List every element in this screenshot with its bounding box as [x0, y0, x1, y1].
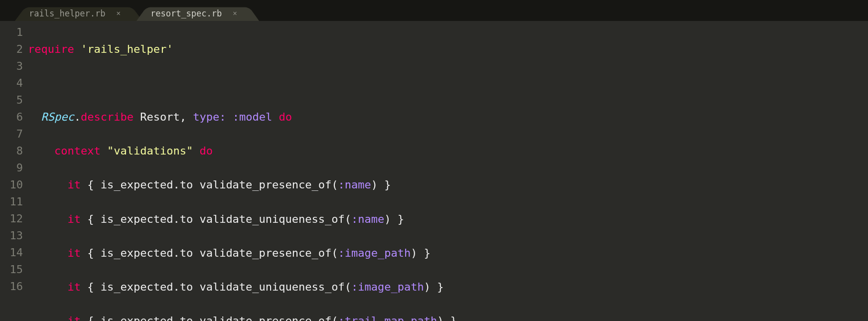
line-number: 13: [0, 227, 23, 244]
close-icon[interactable]: ✕: [117, 8, 121, 19]
line-number: 9: [0, 160, 23, 176]
code-line: RSpec.describe Resort, type: :model do: [28, 109, 543, 126]
line-number: 1: [0, 24, 23, 41]
code-line: it { is_expected.to validate_presence_of…: [28, 176, 543, 193]
line-number: 12: [0, 210, 23, 227]
code-line: it { is_expected.to validate_presence_of…: [28, 245, 543, 262]
close-icon[interactable]: ✕: [233, 8, 237, 19]
code-line: require 'rails_helper': [28, 41, 543, 58]
line-number: 3: [0, 58, 23, 75]
code-line: it { is_expected.to validate_presence_of…: [28, 313, 543, 321]
line-number: 6: [0, 109, 23, 126]
line-number: 10: [0, 176, 23, 193]
tab-label: rails_helper.rb: [29, 7, 106, 20]
line-number: 8: [0, 143, 23, 160]
line-number: 16: [0, 278, 23, 295]
line-number-gutter: 1 2 3 4 5 6 7 8 9 10 11 12 13 14 15 16: [0, 21, 28, 321]
line-number: 2: [0, 41, 23, 58]
line-number: 7: [0, 126, 23, 143]
line-number: 5: [0, 92, 23, 109]
code-area[interactable]: require 'rails_helper' RSpec.describe Re…: [28, 21, 543, 321]
tab-label: resort_spec.rb: [150, 7, 222, 20]
line-number: 15: [0, 261, 23, 278]
code-line: it { is_expected.to validate_uniqueness_…: [28, 211, 543, 228]
code-line: [28, 75, 543, 92]
line-number: 14: [0, 244, 23, 261]
tab-resort-spec[interactable]: resort_spec.rb ✕: [137, 3, 259, 21]
code-line: it { is_expected.to validate_uniqueness_…: [28, 279, 543, 296]
tab-rails-helper[interactable]: rails_helper.rb ✕: [15, 3, 143, 21]
editor: 1 2 3 4 5 6 7 8 9 10 11 12 13 14 15 16 r…: [0, 21, 868, 321]
code-line: context "validations" do: [28, 143, 543, 160]
line-number: 11: [0, 193, 23, 210]
tab-bar: rails_helper.rb ✕ resort_spec.rb ✕: [0, 0, 868, 21]
line-number: 4: [0, 75, 23, 92]
